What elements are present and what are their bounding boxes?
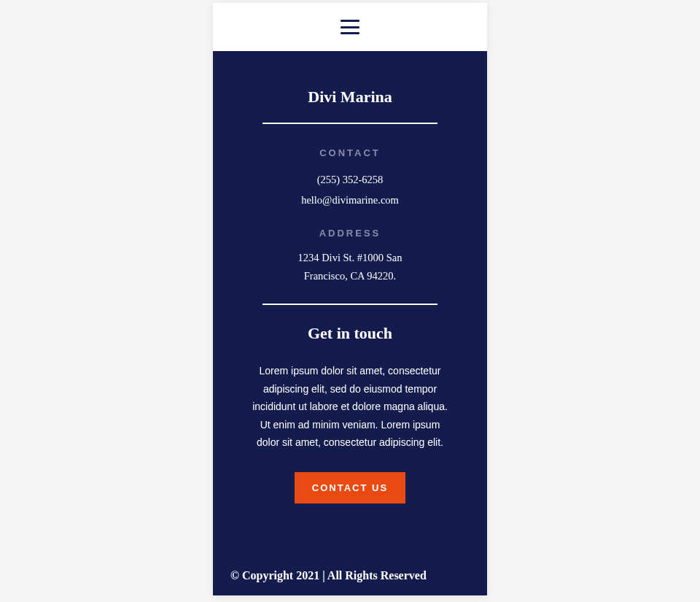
contact-us-button[interactable]: CONTACT US <box>295 472 405 503</box>
header <box>213 3 487 51</box>
get-in-touch-title: Get in touch <box>242 324 458 343</box>
address-label: ADDRESS <box>242 228 458 239</box>
address-line-1: 1234 Divi St. #1000 San <box>242 249 458 267</box>
brand-title: Divi Marina <box>242 88 458 107</box>
divider <box>262 123 438 124</box>
copyright-text: © Copyright 2021 | All Rights Reserved <box>230 569 470 582</box>
address-text: 1234 Divi St. #1000 San Francisco, CA 94… <box>242 249 458 285</box>
footer-bottom: © Copyright 2021 | All Rights Reserved <box>213 569 487 595</box>
footer-content: Divi Marina CONTACT (255) 352-6258 hello… <box>213 51 487 569</box>
menu-icon[interactable] <box>341 20 359 34</box>
contact-label: CONTACT <box>242 147 458 158</box>
address-line-2: Francisco, CA 94220. <box>242 267 458 285</box>
get-in-touch-text: Lorem ipsum dolor sit amet, consectetur … <box>249 362 451 452</box>
contact-phone: (255) 352-6258 <box>242 170 458 190</box>
mobile-viewport: Divi Marina CONTACT (255) 352-6258 hello… <box>213 3 487 595</box>
divider <box>262 304 438 305</box>
contact-email: hello@divimarine.com <box>242 190 458 211</box>
